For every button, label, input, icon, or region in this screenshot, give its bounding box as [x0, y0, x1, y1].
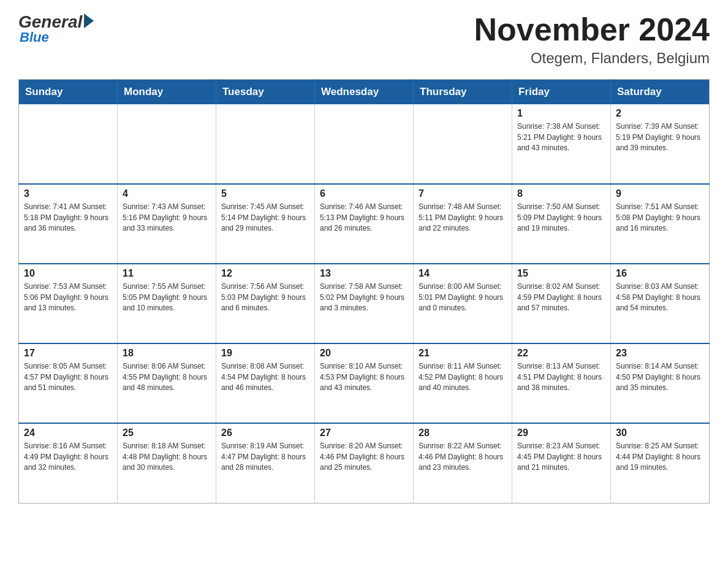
day-info: Sunrise: 8:08 AM Sunset: 4:54 PM Dayligh… — [221, 361, 309, 393]
calendar-cell: 16Sunrise: 8:03 AM Sunset: 4:58 PM Dayli… — [611, 264, 710, 343]
logo-arrow-icon — [84, 13, 94, 28]
day-info: Sunrise: 7:46 AM Sunset: 5:13 PM Dayligh… — [320, 202, 408, 234]
day-number: 25 — [123, 427, 211, 439]
calendar-cell: 1Sunrise: 7:38 AM Sunset: 5:21 PM Daylig… — [512, 104, 611, 184]
calendar-cell — [414, 104, 512, 184]
calendar-cell — [216, 104, 315, 184]
day-info: Sunrise: 8:13 AM Sunset: 4:51 PM Dayligh… — [517, 361, 605, 393]
calendar-week-4: 17Sunrise: 8:05 AM Sunset: 4:57 PM Dayli… — [19, 343, 710, 423]
day-number: 18 — [123, 348, 211, 359]
logo-blue-text: Blue — [20, 29, 49, 45]
calendar-cell: 25Sunrise: 8:18 AM Sunset: 4:48 PM Dayli… — [118, 423, 216, 503]
calendar-cell: 7Sunrise: 7:48 AM Sunset: 5:11 PM Daylig… — [414, 184, 512, 264]
day-number: 4 — [123, 188, 211, 199]
day-info: Sunrise: 8:00 AM Sunset: 5:01 PM Dayligh… — [419, 282, 507, 313]
day-info: Sunrise: 8:02 AM Sunset: 4:59 PM Dayligh… — [517, 282, 605, 313]
day-info: Sunrise: 7:41 AM Sunset: 5:18 PM Dayligh… — [24, 202, 112, 234]
day-info: Sunrise: 8:11 AM Sunset: 4:52 PM Dayligh… — [419, 361, 507, 393]
calendar-cell: 26Sunrise: 8:19 AM Sunset: 4:47 PM Dayli… — [216, 423, 315, 503]
calendar-cell — [19, 104, 118, 184]
day-number: 2 — [616, 108, 704, 119]
day-number: 17 — [24, 348, 112, 359]
calendar-week-2: 3Sunrise: 7:41 AM Sunset: 5:18 PM Daylig… — [19, 184, 710, 264]
calendar-header-saturday: Saturday — [611, 80, 710, 105]
day-info: Sunrise: 8:03 AM Sunset: 4:58 PM Dayligh… — [616, 282, 704, 313]
calendar-cell: 24Sunrise: 8:16 AM Sunset: 4:49 PM Dayli… — [19, 423, 118, 503]
calendar-header-wednesday: Wednesday — [315, 80, 414, 105]
day-info: Sunrise: 7:56 AM Sunset: 5:03 PM Dayligh… — [221, 282, 309, 313]
day-number: 1 — [517, 108, 605, 119]
day-info: Sunrise: 7:58 AM Sunset: 5:02 PM Dayligh… — [320, 282, 408, 313]
calendar-cell: 21Sunrise: 8:11 AM Sunset: 4:52 PM Dayli… — [414, 343, 512, 423]
day-number: 14 — [419, 268, 507, 279]
calendar-cell: 3Sunrise: 7:41 AM Sunset: 5:18 PM Daylig… — [19, 184, 118, 264]
day-number: 29 — [517, 427, 605, 439]
day-info: Sunrise: 8:06 AM Sunset: 4:55 PM Dayligh… — [123, 361, 211, 393]
day-info: Sunrise: 8:05 AM Sunset: 4:57 PM Dayligh… — [24, 361, 112, 393]
day-number: 10 — [24, 268, 112, 279]
calendar-cell — [315, 104, 414, 184]
day-info: Sunrise: 7:53 AM Sunset: 5:06 PM Dayligh… — [24, 282, 112, 313]
day-info: Sunrise: 8:16 AM Sunset: 4:49 PM Dayligh… — [24, 441, 112, 473]
calendar-cell: 12Sunrise: 7:56 AM Sunset: 5:03 PM Dayli… — [216, 264, 315, 343]
day-number: 26 — [221, 427, 309, 439]
day-number: 3 — [24, 188, 112, 199]
day-info: Sunrise: 7:55 AM Sunset: 5:05 PM Dayligh… — [123, 282, 211, 313]
day-number: 19 — [221, 348, 309, 359]
calendar-cell: 13Sunrise: 7:58 AM Sunset: 5:02 PM Dayli… — [315, 264, 414, 343]
day-number: 8 — [517, 188, 605, 199]
day-number: 27 — [320, 427, 408, 439]
calendar-cell: 17Sunrise: 8:05 AM Sunset: 4:57 PM Dayli… — [19, 343, 118, 423]
calendar-header-sunday: Sunday — [19, 80, 118, 105]
day-number: 11 — [123, 268, 211, 279]
day-number: 23 — [616, 348, 704, 359]
calendar-cell: 14Sunrise: 8:00 AM Sunset: 5:01 PM Dayli… — [414, 264, 512, 343]
day-number: 5 — [221, 188, 309, 199]
page-header: General Blue November 2024 Otegem, Fland… — [18, 12, 710, 67]
day-number: 9 — [616, 188, 704, 199]
calendar-cell: 10Sunrise: 7:53 AM Sunset: 5:06 PM Dayli… — [19, 264, 118, 343]
day-info: Sunrise: 7:48 AM Sunset: 5:11 PM Dayligh… — [419, 202, 507, 234]
logo: General Blue — [18, 12, 94, 45]
calendar-cell: 27Sunrise: 8:20 AM Sunset: 4:46 PM Dayli… — [315, 423, 414, 503]
day-number: 22 — [517, 348, 605, 359]
calendar-header-friday: Friday — [512, 80, 611, 105]
calendar-week-1: 1Sunrise: 7:38 AM Sunset: 5:21 PM Daylig… — [19, 104, 710, 184]
title-section: November 2024 Otegem, Flanders, Belgium — [474, 12, 710, 67]
calendar-cell: 28Sunrise: 8:22 AM Sunset: 4:46 PM Dayli… — [414, 423, 512, 503]
day-info: Sunrise: 7:45 AM Sunset: 5:14 PM Dayligh… — [221, 202, 309, 234]
day-info: Sunrise: 8:10 AM Sunset: 4:53 PM Dayligh… — [320, 361, 408, 393]
calendar-cell: 5Sunrise: 7:45 AM Sunset: 5:14 PM Daylig… — [216, 184, 315, 264]
day-number: 28 — [419, 427, 507, 439]
day-info: Sunrise: 8:14 AM Sunset: 4:50 PM Dayligh… — [616, 361, 704, 393]
day-number: 30 — [616, 427, 704, 439]
day-number: 24 — [24, 427, 112, 439]
day-number: 13 — [320, 268, 408, 279]
calendar-cell: 23Sunrise: 8:14 AM Sunset: 4:50 PM Dayli… — [611, 343, 710, 423]
day-info: Sunrise: 8:19 AM Sunset: 4:47 PM Dayligh… — [221, 441, 309, 473]
day-number: 20 — [320, 348, 408, 359]
day-info: Sunrise: 7:50 AM Sunset: 5:09 PM Dayligh… — [517, 202, 605, 234]
day-info: Sunrise: 7:43 AM Sunset: 5:16 PM Dayligh… — [123, 202, 211, 234]
calendar-cell: 2Sunrise: 7:39 AM Sunset: 5:19 PM Daylig… — [611, 104, 710, 184]
day-number: 16 — [616, 268, 704, 279]
calendar-cell: 9Sunrise: 7:51 AM Sunset: 5:08 PM Daylig… — [611, 184, 710, 264]
day-info: Sunrise: 8:18 AM Sunset: 4:48 PM Dayligh… — [123, 441, 211, 473]
day-info: Sunrise: 7:51 AM Sunset: 5:08 PM Dayligh… — [616, 202, 704, 234]
location-title: Otegem, Flanders, Belgium — [474, 50, 710, 67]
day-info: Sunrise: 8:22 AM Sunset: 4:46 PM Dayligh… — [419, 441, 507, 473]
calendar-cell: 19Sunrise: 8:08 AM Sunset: 4:54 PM Dayli… — [216, 343, 315, 423]
calendar-cell: 30Sunrise: 8:25 AM Sunset: 4:44 PM Dayli… — [611, 423, 710, 503]
calendar-cell: 22Sunrise: 8:13 AM Sunset: 4:51 PM Dayli… — [512, 343, 611, 423]
calendar-cell: 29Sunrise: 8:23 AM Sunset: 4:45 PM Dayli… — [512, 423, 611, 503]
calendar-cell: 11Sunrise: 7:55 AM Sunset: 5:05 PM Dayli… — [118, 264, 216, 343]
calendar-cell: 15Sunrise: 8:02 AM Sunset: 4:59 PM Dayli… — [512, 264, 611, 343]
calendar-header-tuesday: Tuesday — [216, 80, 315, 105]
calendar-cell — [118, 104, 216, 184]
day-info: Sunrise: 8:25 AM Sunset: 4:44 PM Dayligh… — [616, 441, 704, 473]
calendar-cell: 8Sunrise: 7:50 AM Sunset: 5:09 PM Daylig… — [512, 184, 611, 264]
calendar-header-row: SundayMondayTuesdayWednesdayThursdayFrid… — [19, 80, 710, 105]
month-title: November 2024 — [474, 12, 710, 47]
day-number: 7 — [419, 188, 507, 199]
day-info: Sunrise: 7:38 AM Sunset: 5:21 PM Dayligh… — [517, 121, 605, 153]
